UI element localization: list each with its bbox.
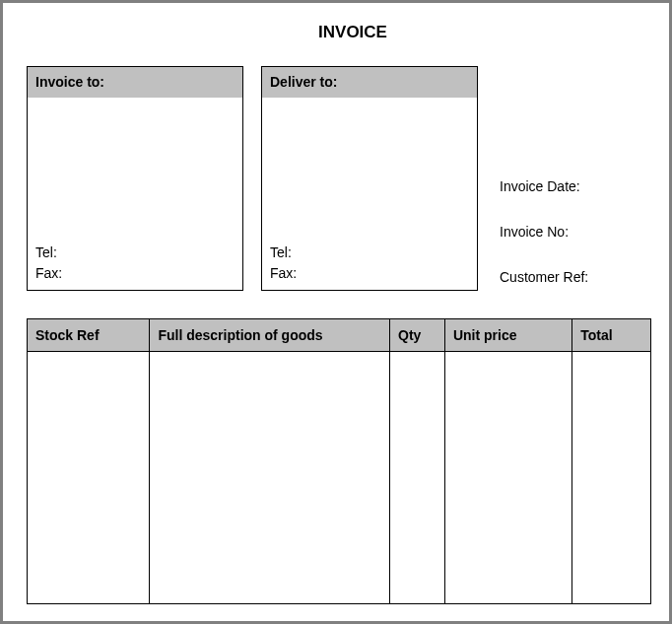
invoice-date-label: Invoice Date:: [500, 178, 588, 194]
deliver-to-footer: Tel: Fax:: [262, 239, 477, 290]
cell-stock-ref: [28, 352, 150, 604]
invoice-to-fax-label: Fax:: [35, 263, 235, 284]
line-items-table: Stock Ref Full description of goods Qty …: [27, 318, 651, 604]
customer-ref-label: Customer Ref:: [500, 269, 588, 285]
invoice-document: INVOICE Invoice to: Tel: Fax: Deliver to…: [0, 0, 672, 624]
invoice-to-tel-label: Tel:: [35, 243, 235, 263]
cell-description: [150, 352, 390, 604]
invoice-to-box: Invoice to: Tel: Fax:: [27, 66, 243, 291]
invoice-to-header: Invoice to:: [28, 67, 242, 98]
cell-qty: [390, 352, 445, 604]
table-header-row: Stock Ref Full description of goods Qty …: [28, 319, 651, 352]
table-row: [28, 352, 651, 604]
header-unit-price: Unit price: [444, 319, 571, 352]
header-qty: Qty: [390, 319, 445, 352]
deliver-to-box: Deliver to: Tel: Fax:: [261, 66, 478, 291]
deliver-to-fax-label: Fax:: [270, 263, 469, 284]
address-meta-row: Invoice to: Tel: Fax: Deliver to: Tel: F…: [27, 66, 649, 291]
cell-unit-price: [444, 352, 571, 604]
header-total: Total: [572, 319, 651, 352]
deliver-to-body: [262, 98, 477, 239]
cell-total: [572, 352, 651, 604]
page-title: INVOICE: [56, 23, 649, 42]
invoice-meta: Invoice Date: Invoice No: Customer Ref:: [496, 66, 588, 291]
invoice-no-label: Invoice No:: [500, 224, 588, 240]
deliver-to-tel-label: Tel:: [270, 243, 469, 263]
header-stock-ref: Stock Ref: [28, 319, 150, 352]
invoice-to-body: [28, 98, 242, 239]
header-description: Full description of goods: [150, 319, 390, 352]
deliver-to-header: Deliver to:: [262, 67, 477, 98]
invoice-to-footer: Tel: Fax:: [28, 239, 242, 290]
